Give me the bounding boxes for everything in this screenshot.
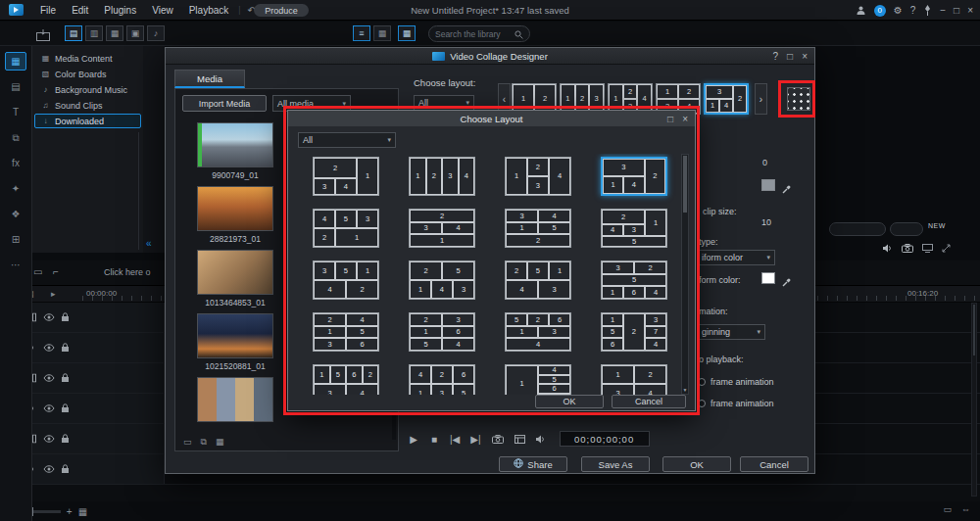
- ruler-tool-icon[interactable]: ▸: [51, 289, 56, 299]
- eye-icon[interactable]: [43, 404, 55, 412]
- scrollbar-thumb[interactable]: [973, 305, 975, 355]
- maximize-icon[interactable]: □: [667, 114, 673, 124]
- tab-media[interactable]: Media: [174, 70, 245, 88]
- settings-gear-icon[interactable]: ⚙: [894, 5, 903, 16]
- user-icon[interactable]: [856, 5, 866, 16]
- transition-room[interactable]: ⧉: [5, 128, 26, 147]
- eyedropper-icon[interactable]: [782, 273, 792, 283]
- media-item[interactable]: 9900749_01: [183, 122, 287, 180]
- preview-mode-button[interactable]: [829, 222, 886, 236]
- maximize-icon[interactable]: □: [787, 51, 793, 62]
- lock-icon[interactable]: [61, 403, 70, 413]
- import-media-icon[interactable]: [36, 27, 50, 45]
- color-swatch[interactable]: [761, 179, 775, 191]
- fit-timeline-icon[interactable]: ▦: [78, 506, 87, 517]
- layout-dialog-titlebar[interactable]: Choose Layout □ ×: [288, 111, 695, 126]
- layout-option[interactable]: 3214: [601, 157, 667, 196]
- more-rooms[interactable]: ⋯: [5, 256, 26, 274]
- layout-option[interactable]: 34152: [505, 209, 571, 248]
- radio-button[interactable]: [698, 400, 706, 407]
- media-item[interactable]: 28821973_01: [183, 186, 287, 244]
- media-tool-icon[interactable]: ▭: [183, 437, 192, 448]
- layout-option[interactable]: 241536: [313, 312, 379, 352]
- previous-frame-button[interactable]: |◀: [450, 434, 460, 445]
- layout-option[interactable]: 526134: [505, 312, 571, 352]
- stop-button[interactable]: ■: [429, 434, 439, 445]
- share-button[interactable]: Share: [499, 456, 567, 472]
- sidebar-item-background-music[interactable]: ♪Background Music: [34, 82, 141, 97]
- eye-icon[interactable]: [43, 465, 55, 473]
- minimize-icon[interactable]: −: [940, 5, 946, 16]
- maximize-icon[interactable]: □: [954, 5, 959, 16]
- particle-room[interactable]: ❖: [5, 205, 26, 223]
- ok-button[interactable]: OK: [662, 456, 731, 472]
- scroll-down-arrow[interactable]: ▼: [682, 387, 688, 393]
- layout-option[interactable]: 35142: [313, 260, 379, 300]
- menu-view[interactable]: View: [144, 0, 181, 21]
- close-icon[interactable]: ×: [967, 5, 973, 16]
- sidebar-collapse-icon[interactable]: «: [146, 238, 152, 249]
- subtitle-room[interactable]: ⊞: [5, 230, 26, 249]
- eye-icon[interactable]: [43, 374, 55, 382]
- eye-icon[interactable]: [43, 435, 55, 443]
- layout-option[interactable]: 21435: [601, 209, 667, 248]
- layout-category-dropdown[interactable]: All ▾: [298, 132, 396, 148]
- display-options-button[interactable]: [514, 435, 525, 444]
- layout-option[interactable]: 426135: [409, 364, 475, 395]
- layout-option[interactable]: 25143: [505, 260, 571, 300]
- layout-option[interactable]: 231654: [409, 312, 475, 352]
- eyedropper-icon[interactable]: [782, 180, 792, 190]
- layout-cancel-button[interactable]: Cancel: [612, 395, 686, 408]
- import-media-button[interactable]: Import Media: [182, 95, 267, 112]
- overlay-room[interactable]: ✦: [5, 179, 26, 198]
- pin-icon[interactable]: [923, 5, 932, 16]
- radio-button[interactable]: [698, 378, 706, 386]
- media-tool-icon[interactable]: ⧉: [201, 437, 207, 448]
- lock-icon[interactable]: [61, 373, 70, 383]
- color-swatch[interactable]: [761, 272, 775, 284]
- settings-dropdown[interactable]: iform color▾: [697, 250, 775, 265]
- layout-grid-scrollbar[interactable]: ▼: [681, 154, 689, 395]
- media-tool-icon[interactable]: ▦: [216, 437, 224, 448]
- layout-option[interactable]: 1234: [505, 157, 571, 196]
- layout-option[interactable]: 14567: [505, 364, 571, 395]
- eye-icon[interactable]: [43, 344, 55, 352]
- media-item[interactable]: 1013464853_01: [183, 250, 287, 308]
- settings-dropdown[interactable]: ginning▾: [697, 324, 765, 340]
- menu-edit[interactable]: Edit: [64, 0, 96, 21]
- layout-option[interactable]: 1234: [409, 157, 475, 196]
- toolbar-toggle[interactable]: ≡: [353, 25, 370, 41]
- camera-icon[interactable]: [902, 244, 913, 253]
- notification-badge[interactable]: 0: [874, 5, 886, 17]
- layout-option[interactable]: 45321: [313, 209, 379, 248]
- layout-ok-button[interactable]: OK: [535, 395, 604, 408]
- menu-file[interactable]: File: [32, 0, 64, 21]
- timeline-scrollbar[interactable]: [971, 303, 977, 497]
- cancel-button[interactable]: Cancel: [740, 456, 808, 472]
- layout-option[interactable]: 2341: [409, 209, 475, 248]
- snapshot-button[interactable]: [492, 435, 504, 444]
- layout-option[interactable]: 156234: [313, 364, 379, 395]
- media-item[interactable]: [183, 377, 287, 422]
- close-icon[interactable]: ×: [802, 51, 808, 62]
- layout-option[interactable]: 2134: [313, 157, 379, 196]
- help-icon[interactable]: ?: [773, 51, 779, 62]
- effect-room[interactable]: fx: [5, 154, 26, 172]
- layout-filter-dropdown[interactable]: All ▾: [414, 95, 474, 111]
- lock-icon[interactable]: [61, 312, 70, 322]
- search-input[interactable]: [435, 29, 511, 39]
- play-button[interactable]: ▶: [409, 434, 418, 445]
- help-icon[interactable]: ?: [910, 5, 916, 16]
- layout-option[interactable]: 325164: [601, 260, 667, 300]
- dialog-titlebar[interactable]: Video Collage Designer ? □ ×: [166, 48, 814, 65]
- close-icon[interactable]: ×: [682, 114, 688, 124]
- volume-icon[interactable]: [536, 435, 546, 444]
- color-boards-room[interactable]: ▤: [5, 77, 26, 96]
- toolbar-toggle[interactable]: ▦: [106, 25, 123, 41]
- corner-icon[interactable]: ⇔: [961, 504, 970, 514]
- layout-option[interactable]: 25143: [409, 260, 475, 300]
- zoom-in-button[interactable]: +: [67, 506, 73, 517]
- toolbar-toggle[interactable]: ▥: [85, 25, 103, 41]
- toolbar-toggle[interactable]: ▦: [398, 25, 416, 41]
- next-frame-button[interactable]: ▶|: [470, 434, 480, 445]
